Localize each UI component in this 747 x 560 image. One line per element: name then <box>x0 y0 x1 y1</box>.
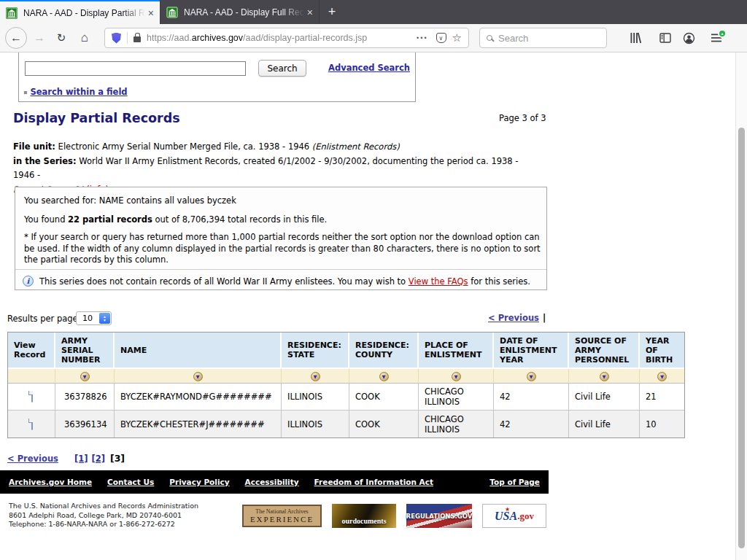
cell-place: CHICAGO ILLINOIS <box>419 411 494 438</box>
search-button[interactable]: Search <box>258 60 306 77</box>
sort-button-place[interactable]: ▼ <box>452 372 461 381</box>
view-record-icon[interactable] <box>31 419 33 430</box>
sort-row: ▼ ▼ ▼ ▼ ▼ ▼ ▼ ▼ <box>8 369 684 384</box>
scrollbar-thumb[interactable] <box>738 128 745 548</box>
search-within-row: ▪Search within a field <box>23 84 128 98</box>
usa-gov-logo[interactable]: ★ USA.gov <box>482 504 546 528</box>
col-year-birth: YEAR OF BIRTH <box>640 332 684 369</box>
cell-state: ILLINOIS <box>282 384 349 411</box>
account-icon[interactable] <box>683 32 695 44</box>
page-2-link[interactable]: [2] <box>91 454 105 464</box>
regulations-gov-logo[interactable]: REGULATIONS.GOV <box>406 504 472 528</box>
table-row: 36396134 BYCZEK#CHESTER#J######## ILLINO… <box>8 411 684 438</box>
tab-close-icon[interactable]: × <box>148 7 154 19</box>
search-summary-panel: You searched for: NAME contains all valu… <box>15 187 547 290</box>
results-found-text: You found 22 partial records out of 8,70… <box>24 214 327 225</box>
file-unit-line: File unit: Electronic Army Serial Number… <box>13 140 541 155</box>
foia-link[interactable]: Freedom of Information Act <box>314 478 433 486</box>
forward-button[interactable]: → <box>30 31 49 44</box>
archives-home-link[interactable]: Archives.gov Home <box>9 478 92 486</box>
results-per-page-select[interactable]: 10 ▴▾ <box>76 311 112 325</box>
tab-bar: NARA - AAD - Display Partial Re × NARA -… <box>0 0 747 24</box>
tab-display-partial-records[interactable]: NARA - AAD - Display Partial Re × <box>0 0 160 24</box>
col-place-enlistment: PLACE OF ENLISTMENT <box>419 332 494 369</box>
sort-button-name[interactable]: ▼ <box>193 372 203 381</box>
page-1-link[interactable]: [1] <box>74 454 88 464</box>
back-button[interactable]: ← <box>5 27 27 49</box>
bookmark-star-icon[interactable]: ☆ <box>452 31 462 44</box>
browser-search-field[interactable]: Search <box>479 28 607 48</box>
footer-nav-bar: Archives.gov Home Contact Us Privacy Pol… <box>0 470 549 494</box>
col-army-serial: ARMY SERIAL NUMBER <box>55 332 115 369</box>
cell-serial: 36378826 <box>55 384 115 411</box>
col-source-personnel: SOURCE OF ARMY PERSONNEL <box>569 332 640 369</box>
bullet-icon: ▪ <box>23 89 27 96</box>
cell-county: COOK <box>349 384 419 411</box>
library-icon[interactable] <box>630 32 642 44</box>
sort-button-date[interactable]: ▼ <box>527 372 536 381</box>
scrollbar-track[interactable] <box>735 52 747 560</box>
advanced-search-link[interactable]: Advanced Search <box>328 63 410 73</box>
url-text[interactable]: https://aad.archives.gov/aad/display-par… <box>147 33 413 43</box>
tracking-protection-shield-icon[interactable] <box>112 33 121 44</box>
accessibility-link[interactable]: Accessibility <box>245 478 299 486</box>
sort-note-text: * If your search or query has returned m… <box>24 232 541 266</box>
divider <box>127 32 128 44</box>
pagination: < Previous[1][2][3] <box>7 453 125 464</box>
address-bar[interactable]: https://aad.archives.gov/aad/display-par… <box>104 28 469 48</box>
lock-icon[interactable] <box>133 36 141 42</box>
table-row: 36378826 BYCZEK#RAYMOND#G######## ILLINO… <box>8 384 684 411</box>
tab-display-full-record[interactable]: NARA - AAD - Display Full Reco × <box>160 0 320 24</box>
sort-button-source[interactable]: ▼ <box>600 372 609 381</box>
col-residence-state: RESIDENCE: STATE <box>282 332 349 369</box>
records-table: View Record ARMY SERIAL NUMBER NAME RESI… <box>7 332 685 438</box>
home-button[interactable]: ⌂ <box>75 31 94 45</box>
nara-favicon <box>6 7 18 19</box>
sort-button-state[interactable]: ▼ <box>311 372 320 381</box>
reload-button[interactable]: ↻ <box>52 31 71 44</box>
view-record-icon[interactable] <box>31 391 33 402</box>
info-icon: i <box>23 276 34 287</box>
col-name: NAME <box>115 332 282 369</box>
search-within-field-link[interactable]: Search within a field <box>30 87 127 97</box>
previous-link-top[interactable]: < Previous <box>488 313 539 323</box>
tab-close-icon[interactable]: × <box>307 7 313 18</box>
page-actions-icon[interactable]: ••• <box>417 34 427 42</box>
nara-favicon <box>166 7 178 18</box>
cell-state: ILLINOIS <box>282 411 349 438</box>
web-page: Search Advanced Search ▪Search within a … <box>0 0 747 560</box>
search-icon <box>487 35 492 41</box>
sidebar-toggle-icon[interactable] <box>659 32 671 44</box>
contact-us-link[interactable]: Contact Us <box>107 478 154 486</box>
cell-serial: 36396134 <box>55 411 115 438</box>
cell-source: Civil Life <box>569 411 640 438</box>
sort-button-serial[interactable]: ▼ <box>80 372 90 381</box>
cell-birth: 10 <box>640 411 684 438</box>
ourdocuments-logo[interactable]: ourdocuments <box>332 504 396 528</box>
top-of-page-link[interactable]: Top of Page <box>489 478 540 486</box>
cell-name: BYCZEK#RAYMOND#G######## <box>115 384 282 411</box>
previous-top-nav: < Previous| <box>488 313 546 323</box>
summary-divider <box>15 269 546 270</box>
cell-birth: 21 <box>640 384 684 411</box>
pocket-icon[interactable]: ∨ <box>436 33 446 43</box>
cell-name: BYCZEK#CHESTER#J######## <box>115 411 282 438</box>
series-line: in the Series: World War II Army Enlistm… <box>13 155 541 183</box>
navigation-toolbar: ← → ↻ ⌂ https://aad.archives.gov/aad/dis… <box>0 24 747 52</box>
sort-button-county[interactable]: ▼ <box>379 372 389 381</box>
view-faqs-link[interactable]: View the FAQs <box>409 276 468 287</box>
privacy-policy-link[interactable]: Privacy Policy <box>169 478 229 486</box>
new-tab-button[interactable]: + <box>320 0 344 24</box>
search-input[interactable] <box>25 61 246 76</box>
page-indicator: Page 3 of 3 <box>499 113 546 123</box>
col-residence-county: RESIDENCE: COUNTY <box>349 332 419 369</box>
previous-link-bottom[interactable]: < Previous <box>7 454 58 464</box>
select-stepper-icon[interactable]: ▴▾ <box>99 313 110 324</box>
national-archives-experience-logo[interactable]: The National Archives EXPERIENCE <box>242 505 322 527</box>
sort-button-birth[interactable]: ▼ <box>657 372 667 381</box>
series-note-row: i This series does not contain records o… <box>23 276 542 287</box>
browser-window: Search Advanced Search ▪Search within a … <box>0 0 747 560</box>
cell-source: Civil Life <box>569 384 640 411</box>
menu-button[interactable]: ▲ <box>711 33 722 43</box>
current-page: [3] <box>110 453 125 464</box>
